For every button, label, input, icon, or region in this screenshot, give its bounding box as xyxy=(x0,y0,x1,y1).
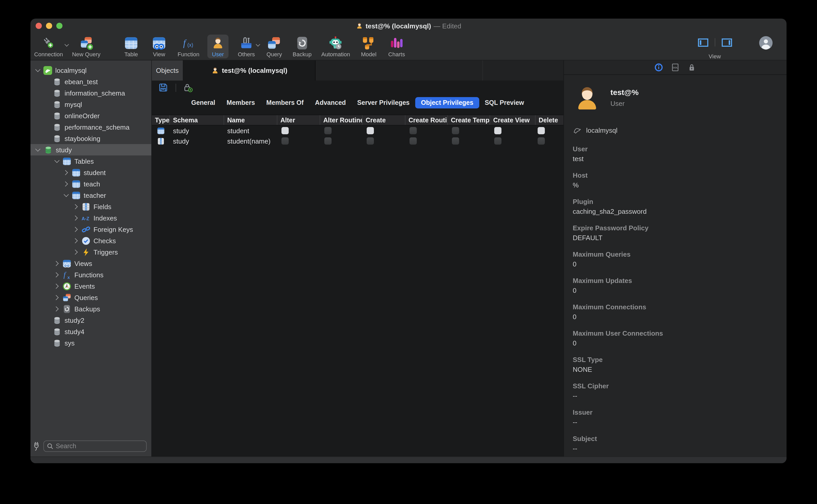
toolbar-query-button[interactable]: Query xyxy=(263,35,286,58)
search-input[interactable] xyxy=(53,443,146,450)
checkbox-create[interactable] xyxy=(367,137,374,145)
chevron-right-icon[interactable] xyxy=(54,306,60,312)
save-button[interactable] xyxy=(158,83,168,92)
chevron-down-icon[interactable] xyxy=(35,67,41,73)
sidebar-item-mysql[interactable]: mysql xyxy=(30,99,151,110)
checkbox-create-view[interactable] xyxy=(494,127,501,134)
checkbox-delete[interactable] xyxy=(538,127,545,134)
sidebar-item-localmysql[interactable]: localmysql xyxy=(30,65,151,76)
sidebar-item-fields[interactable]: Fields xyxy=(30,201,151,212)
toolbar-view-button[interactable]: View xyxy=(148,35,170,58)
tab-object-privileges[interactable]: Object Privileges xyxy=(415,97,479,108)
chevron-right-icon[interactable] xyxy=(63,169,69,176)
checkbox-alter-routine[interactable] xyxy=(324,137,332,145)
tab-general[interactable]: General xyxy=(185,97,221,108)
column-header-alter-routine[interactable]: Alter Routine xyxy=(320,115,363,125)
chevron-down-icon[interactable] xyxy=(35,147,41,153)
tab-members-of[interactable]: Members Of xyxy=(261,97,309,108)
tab-sql-preview[interactable]: SQL Preview xyxy=(479,97,530,108)
toggle-right-sidebar-button[interactable] xyxy=(721,38,732,47)
chevron-down-icon[interactable] xyxy=(63,192,69,198)
toolbar-table-button[interactable]: Table xyxy=(121,35,142,58)
checkbox-create-routine[interactable] xyxy=(410,137,417,145)
zoom-window-button[interactable] xyxy=(56,23,62,29)
sidebar-item-checks[interactable]: Checks xyxy=(30,235,151,246)
column-header-schema[interactable]: Schema xyxy=(170,115,224,125)
column-header-alter[interactable]: Alter xyxy=(277,115,320,125)
checkbox-create-temp[interactable] xyxy=(452,137,459,145)
column-header-name[interactable]: Name xyxy=(224,115,277,125)
sidebar-item-study[interactable]: study xyxy=(30,144,151,155)
tab-advanced[interactable]: Advanced xyxy=(309,97,352,108)
tab-members[interactable]: Members xyxy=(221,97,261,108)
privileges-tab-button[interactable] xyxy=(687,63,696,72)
sidebar-item-queries[interactable]: Queries xyxy=(30,292,151,303)
sidebar-item-indexes[interactable]: A-Z Indexes xyxy=(30,212,151,224)
checkbox-create-view[interactable] xyxy=(494,137,501,145)
tab-server-privileges[interactable]: Server Privileges xyxy=(351,97,415,108)
sidebar-item-teach[interactable]: teach xyxy=(30,178,151,190)
column-header-type[interactable]: Type xyxy=(152,115,170,125)
connection-filter-icon[interactable] xyxy=(33,441,40,451)
sidebar-item-study4[interactable]: study4 xyxy=(30,326,151,337)
account-avatar[interactable] xyxy=(759,36,773,50)
chevron-right-icon[interactable] xyxy=(73,249,79,255)
chevron-right-icon[interactable] xyxy=(73,203,79,210)
sidebar-item-teacher[interactable]: teacher xyxy=(30,190,151,201)
close-window-button[interactable] xyxy=(36,23,42,29)
chevron-right-icon[interactable] xyxy=(54,283,60,289)
minimize-window-button[interactable] xyxy=(46,23,52,29)
toolbar-new-query-button[interactable]: New Query xyxy=(68,35,104,58)
sidebar-item-ebean-test[interactable]: ebean_test xyxy=(30,76,151,87)
checkbox-delete[interactable] xyxy=(538,137,545,145)
sidebar-item-tables[interactable]: Tables xyxy=(30,155,151,167)
checkbox-alter-routine[interactable] xyxy=(324,127,332,134)
sidebar-item-study2[interactable]: study2 xyxy=(30,314,151,326)
sidebar-item-triggers[interactable]: Triggers xyxy=(30,246,151,258)
toolbar-charts-button[interactable]: Charts xyxy=(385,35,409,58)
chevron-down-icon[interactable] xyxy=(54,158,60,164)
chevron-right-icon[interactable] xyxy=(73,238,79,244)
column-header-create[interactable]: Create xyxy=(363,115,405,125)
chevron-right-icon[interactable] xyxy=(73,226,79,232)
add-privilege-button[interactable] xyxy=(183,83,193,92)
chevron-right-icon[interactable] xyxy=(63,181,69,187)
sidebar-item-information-schema[interactable]: information_schema xyxy=(30,87,151,99)
column-header-delete[interactable]: Delete xyxy=(536,115,563,125)
toolbar-backup-button[interactable]: Backup xyxy=(289,35,315,58)
grid-row-student[interactable]: study student xyxy=(152,125,563,136)
checkbox-alter[interactable] xyxy=(281,127,289,134)
checkbox-create-temp[interactable] xyxy=(452,127,459,134)
tab-user-editor[interactable]: test@% (localmysql) xyxy=(183,60,316,81)
sidebar-item-student[interactable]: student xyxy=(30,167,151,178)
chevron-right-icon[interactable] xyxy=(54,272,60,278)
chevron-right-icon[interactable] xyxy=(54,260,60,266)
sidebar-item-functions[interactable]: f x Functions xyxy=(30,269,151,280)
toolbar-model-button[interactable]: Model xyxy=(357,35,380,58)
toolbar-automation-button[interactable]: Automation xyxy=(318,35,353,58)
sidebar-item-views[interactable]: Views xyxy=(30,258,151,269)
toggle-left-sidebar-button[interactable] xyxy=(698,38,709,47)
sidebar-item-events[interactable]: Events xyxy=(30,280,151,292)
checkbox-create[interactable] xyxy=(367,127,374,134)
grid-row-student-name[interactable]: study student(name) xyxy=(152,136,563,146)
sidebar-item-foreign-keys[interactable]: Foreign Keys xyxy=(30,224,151,235)
toolbar-connection-button[interactable]: Connection xyxy=(30,35,66,58)
sidebar-item-onlineorder[interactable]: onlineOrder xyxy=(30,110,151,121)
toolbar-user-button[interactable]: User xyxy=(207,35,229,58)
column-header-create-routine[interactable]: Create Routi… xyxy=(405,115,448,125)
sidebar-item-backups[interactable]: Backups xyxy=(30,303,151,314)
tab-objects[interactable]: Objects xyxy=(152,60,183,81)
chevron-right-icon[interactable] xyxy=(73,215,79,221)
checkbox-alter[interactable] xyxy=(281,137,289,145)
column-header-create-view[interactable]: Create View xyxy=(490,115,536,125)
toolbar-function-button[interactable]: f (x) Function xyxy=(174,35,203,58)
ddl-tab-button[interactable]: DDL xyxy=(671,63,680,72)
sidebar-item-sys[interactable]: sys xyxy=(30,337,151,349)
chevron-right-icon[interactable] xyxy=(54,294,60,301)
checkbox-create-routine[interactable] xyxy=(410,127,417,134)
column-header-create-temp[interactable]: Create Temp… xyxy=(448,115,490,125)
sidebar-item-performance-schema[interactable]: performance_schema xyxy=(30,121,151,133)
toolbar-others-button[interactable]: Others xyxy=(234,35,258,58)
sidebar-item-staybooking[interactable]: staybooking xyxy=(30,133,151,144)
